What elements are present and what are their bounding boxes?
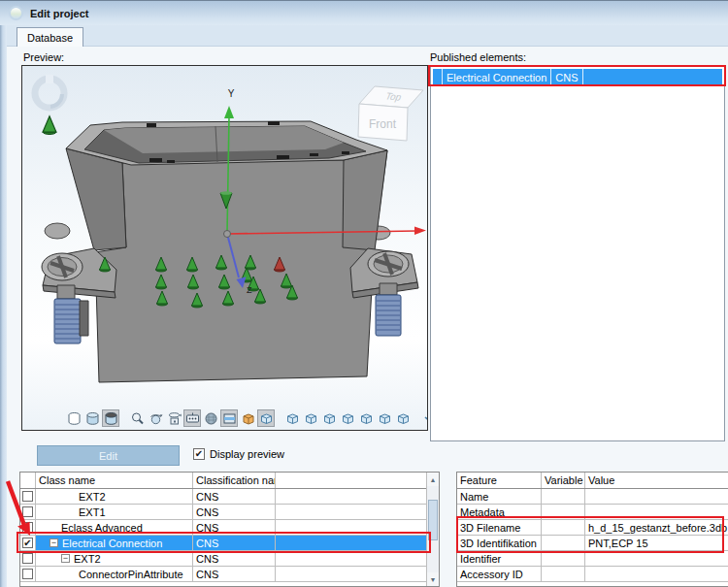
class-table: Class name Classification name EXT2CNSEX… xyxy=(19,472,440,587)
view-iso-6-icon[interactable] xyxy=(376,409,393,427)
class-table-row[interactable]: Eclass AdvancedCNS xyxy=(20,520,426,536)
feature-cell: Metadata xyxy=(457,505,542,519)
classification-cell: CNS xyxy=(193,489,276,504)
view-iso-3-icon[interactable] xyxy=(320,409,338,427)
edit-button[interactable]: Edit xyxy=(37,445,180,466)
view-iso-7-icon[interactable] xyxy=(394,409,412,427)
class-name-cell: EXT2 xyxy=(36,489,193,504)
variable-cell xyxy=(542,489,585,504)
class-table-row[interactable]: −EXT2CNS xyxy=(20,551,426,567)
render-shaded-icon[interactable] xyxy=(83,409,101,427)
collapse-icon[interactable]: − xyxy=(50,538,58,547)
collapse-icon[interactable]: − xyxy=(61,554,70,563)
clipping-box-icon[interactable] xyxy=(239,409,256,427)
feature-table-row[interactable]: Accessory ID xyxy=(457,567,728,582)
header-value: Value xyxy=(585,473,728,488)
class-name-cell: EXT1 xyxy=(36,505,193,519)
title-bar[interactable]: Edit project xyxy=(0,0,728,25)
feature-cell: Accessory ID xyxy=(457,567,542,581)
published-row-name: Electrical Connection xyxy=(443,69,551,86)
render-wireframe-icon[interactable] xyxy=(65,409,83,427)
tab-database[interactable]: Database xyxy=(17,27,83,48)
view-iso-2-icon[interactable] xyxy=(302,409,319,427)
classification-cell: CNS xyxy=(193,551,276,566)
view-cube-current-icon[interactable] xyxy=(257,409,275,427)
feature-cell: 3D Filename xyxy=(457,520,542,535)
row-checkbox[interactable] xyxy=(22,491,33,502)
value-cell xyxy=(585,567,728,581)
header-checkbox-col xyxy=(20,473,36,488)
axis-y-label: Y xyxy=(228,88,235,99)
row-checkbox[interactable] xyxy=(22,522,33,533)
class-table-row[interactable]: EXT1CNS xyxy=(20,505,426,520)
variable-cell xyxy=(542,520,585,535)
3d-preview-viewport[interactable]: Top Front xyxy=(21,65,428,431)
class-name-cell: −EXT2 xyxy=(36,551,193,566)
class-table-row[interactable]: ✔−Electrical ConnectionCNS xyxy=(20,536,426,551)
class-name-cell: ConnectorPinAttribute xyxy=(36,567,193,581)
scroll-up-arrow[interactable]: ▲ xyxy=(427,473,439,486)
class-table-row[interactable]: ConnectorPinAttributeCNS xyxy=(20,567,426,582)
view-iso-1-icon[interactable] xyxy=(283,409,301,427)
classification-cell: CNS xyxy=(193,505,276,519)
header-classification-name: Classification name xyxy=(193,473,276,488)
display-preview-checkbox[interactable]: ✔ xyxy=(193,448,205,460)
variable-cell xyxy=(542,551,585,566)
scroll-thumb[interactable] xyxy=(428,500,438,540)
row-checkbox[interactable] xyxy=(22,506,33,517)
header-variable: Variable xyxy=(542,473,585,488)
more-views-icon[interactable] xyxy=(420,409,428,427)
class-table-row[interactable]: EXT2CNS xyxy=(20,489,426,505)
section-view-icon[interactable] xyxy=(220,409,238,427)
header-filler xyxy=(276,473,426,488)
variable-cell xyxy=(542,536,585,550)
class-table-scrollbar[interactable]: ▲ ▼ xyxy=(426,473,439,586)
row-checkbox-cell xyxy=(20,520,36,535)
row-checkbox-cell xyxy=(20,567,36,581)
feature-table-row[interactable]: 3D Filenameh_d_15_gestanzt_before.3db xyxy=(457,520,728,536)
3d-scene: Top Front xyxy=(22,66,427,430)
row-checkbox[interactable] xyxy=(22,569,33,579)
turntable-icon[interactable] xyxy=(165,409,182,427)
published-row[interactable]: Electrical Connection CNS xyxy=(433,69,722,86)
feature-cell: 3D Identifikation xyxy=(457,536,542,550)
view-iso-5-icon[interactable] xyxy=(357,409,375,427)
class-name-cell: −Electrical Connection xyxy=(36,536,193,550)
material-icon[interactable] xyxy=(202,409,219,427)
display-preview-label: Display preview xyxy=(210,448,284,460)
classification-cell: CNS xyxy=(193,567,276,581)
value-cell xyxy=(585,505,728,519)
row-checkbox-cell xyxy=(20,551,36,566)
view-iso-4-icon[interactable] xyxy=(339,409,356,427)
published-row-spacer xyxy=(583,69,722,86)
window-title: Edit project xyxy=(30,8,89,19)
published-elements-panel[interactable]: Electrical Connection CNS xyxy=(430,65,725,441)
row-checkbox-cell: ✔ xyxy=(20,536,36,550)
row-checkbox-cell xyxy=(20,505,36,519)
preview-label: Preview: xyxy=(23,51,64,63)
zoom-area-icon[interactable] xyxy=(128,409,146,427)
published-elements-label: Published elements: xyxy=(430,51,526,63)
display-preview-control: ✔ Display preview xyxy=(193,447,284,461)
feature-table-row[interactable]: 3D IdentifikationPNT,ECP 15 xyxy=(457,536,728,551)
header-feature: Feature xyxy=(457,473,542,488)
rotate-view-icon[interactable] xyxy=(147,409,164,427)
published-row-handle xyxy=(433,69,443,86)
variable-cell xyxy=(542,505,585,519)
row-checkbox[interactable]: ✔ xyxy=(22,538,33,548)
classification-cell: CNS xyxy=(193,536,276,550)
scroll-down-arrow[interactable]: ▼ xyxy=(427,572,439,586)
feature-table-row[interactable]: Name xyxy=(457,489,728,505)
row-checkbox[interactable] xyxy=(22,553,33,564)
value-cell: h_d_15_gestanzt_before.3db xyxy=(585,520,728,535)
annotations-icon[interactable] xyxy=(183,409,201,427)
connector-housing-model xyxy=(42,121,418,382)
feature-table: Feature Variable Value NameMetadata3D Fi… xyxy=(456,472,728,587)
feature-table-row[interactable]: Metadata xyxy=(457,505,728,520)
render-shaded-edges-icon[interactable] xyxy=(102,409,119,427)
value-cell: PNT,ECP 15 xyxy=(585,536,728,550)
feature-table-row[interactable]: Identifier xyxy=(457,551,728,567)
app-icon xyxy=(9,6,23,20)
classification-cell: CNS xyxy=(193,520,276,535)
feature-cell: Name xyxy=(457,489,542,504)
